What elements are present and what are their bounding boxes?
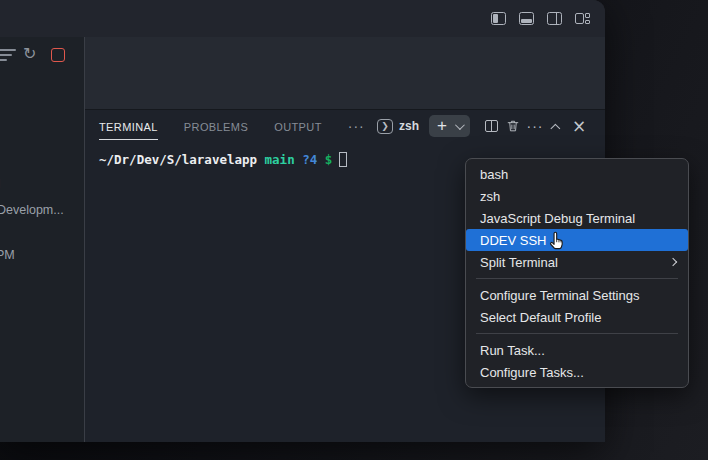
toggle-primary-sidebar-icon[interactable] <box>491 12 506 25</box>
prompt-symbol: $ <box>317 152 332 167</box>
menu-separator <box>476 278 678 279</box>
tab-terminal[interactable]: TERMINAL <box>99 113 158 140</box>
trash-icon[interactable] <box>502 115 524 137</box>
sidebar-item-pm[interactable]: PM <box>0 248 15 262</box>
hand-pointer-cursor <box>546 230 567 256</box>
editor-area <box>85 37 605 110</box>
toggle-secondary-sidebar-icon[interactable] <box>547 12 562 25</box>
menu-item-js-debug-terminal[interactable]: JavaScript Debug Terminal <box>466 207 688 229</box>
menu-item-zsh[interactable]: zsh <box>466 185 688 207</box>
refresh-icon[interactable]: ↻ <box>23 44 36 63</box>
shell-label: zsh <box>399 119 419 133</box>
titlebar <box>0 0 605 37</box>
menu-item-split-terminal[interactable]: Split Terminal <box>466 251 688 273</box>
tab-problems[interactable]: PROBLEMS <box>184 113 248 139</box>
tabs-more-icon[interactable]: ··· <box>348 118 365 134</box>
shell-chip[interactable]: ❯ zsh <box>377 119 419 134</box>
menu-item-configure-tasks[interactable]: Configure Tasks... <box>466 361 688 383</box>
new-terminal-icon[interactable]: + <box>433 117 451 136</box>
tab-output[interactable]: OUTPUT <box>274 113 322 139</box>
submenu-chevron-right-icon <box>669 258 677 266</box>
terminal-cursor <box>339 152 347 167</box>
stop-record-icon[interactable] <box>51 48 65 62</box>
menu-item-configure-terminal-settings[interactable]: Configure Terminal Settings <box>466 284 688 306</box>
menu-separator <box>476 333 678 334</box>
prompt-path: ~/Dr/Dev/S/laravelapp <box>99 152 257 167</box>
prompt-git-status: ?4 <box>295 152 318 167</box>
menu-item-bash[interactable]: bash <box>466 163 688 185</box>
terminal-profile-icon: ❯ <box>377 119 393 134</box>
maximize-panel-icon[interactable] <box>546 115 568 137</box>
sort-lines-icon[interactable] <box>0 49 16 64</box>
menu-item-ddev-ssh[interactable]: DDEV SSH <box>466 229 688 251</box>
menu-item-select-default-profile[interactable]: Select Default Profile <box>466 306 688 328</box>
split-terminal-icon[interactable] <box>480 115 502 137</box>
customize-layout-icon[interactable] <box>575 12 590 25</box>
new-terminal-split-button[interactable]: + <box>429 115 470 137</box>
left-sidebar: ↻ M Developm... PM <box>0 37 85 442</box>
terminal-profile-menu: bash zsh JavaScript Debug Terminal DDEV … <box>465 158 689 388</box>
menu-item-run-task[interactable]: Run Task... <box>466 339 688 361</box>
close-panel-icon[interactable]: × <box>568 115 590 137</box>
prompt-git-branch: main <box>257 152 295 167</box>
sidebar-item-development[interactable]: Developm... <box>0 203 64 217</box>
panel-header: TERMINAL PROBLEMS OUTPUT ··· ❯ zsh + <box>85 110 605 142</box>
toggle-panel-icon[interactable] <box>519 12 534 25</box>
panel-more-icon[interactable]: ··· <box>524 115 546 137</box>
chevron-down-icon[interactable] <box>455 120 465 130</box>
